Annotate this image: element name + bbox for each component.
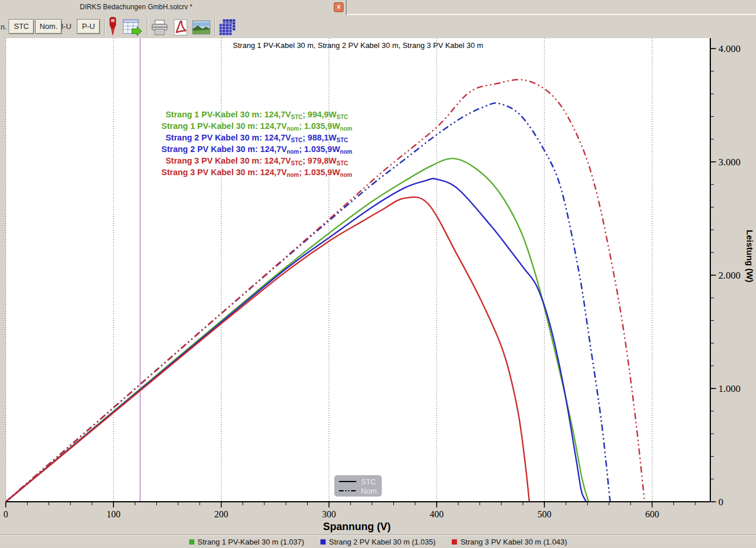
series-color-swatch bbox=[320, 539, 326, 545]
nom-button[interactable]: Nom. bbox=[35, 19, 62, 34]
x-tick-label: 600 bbox=[645, 509, 659, 519]
x-tick-label: 100 bbox=[106, 509, 120, 519]
x-tick-label: 500 bbox=[537, 509, 551, 519]
x-axis-title: Spannung (V) bbox=[323, 521, 391, 532]
export-table-icon[interactable] bbox=[123, 19, 142, 39]
series-color-swatch bbox=[189, 539, 194, 545]
status-legend-item: Strang 3 PV Kabel 30 m (1.043) bbox=[452, 538, 567, 546]
status-legend-item: Strang 2 PV Kabel 30 m (1.035) bbox=[320, 538, 436, 546]
x-tick-label: 400 bbox=[430, 509, 444, 519]
chart-title: Strang 1 PV-Kabel 30 m, Strang 2 PV Kabe… bbox=[233, 41, 484, 50]
pu-curve-button[interactable]: P-U bbox=[77, 19, 100, 34]
y-axis-title: Leistung (W) bbox=[745, 230, 755, 283]
y-tick-label: 1.000 bbox=[718, 383, 740, 394]
toolbar-separator bbox=[147, 18, 147, 35]
x-tick-label: 300 bbox=[322, 509, 336, 519]
mpp-annotation: Strang 1 PV-Kabel 30 m: 124,7VSTC; 994,9… bbox=[165, 110, 348, 120]
tab-bar: DIRKS Bedachungen GmbH.solcrv * x bbox=[0, 0, 756, 15]
close-icon[interactable]: x bbox=[334, 2, 344, 12]
mpp-annotation: Strang 2 PV Kabel 30 m: 124,7Vnom; 1.035… bbox=[161, 145, 352, 155]
image-icon[interactable] bbox=[192, 20, 211, 37]
chart-area: 010020030040050060001.0002.0003.0004.000… bbox=[0, 38, 756, 535]
plot-background bbox=[6, 38, 710, 502]
toolbar: n. STC Nom. I-U P-U bbox=[0, 15, 756, 38]
status-legend-item: Strang 1 PV-Kabel 30 m (1.037) bbox=[189, 538, 304, 546]
legend-label: STC bbox=[361, 477, 376, 486]
document-tab-title: DIRKS Bedachungen GmbH.solcrv * bbox=[80, 3, 193, 11]
iu-curve-button[interactable]: I-U bbox=[61, 22, 71, 31]
status-legend-bar: Strang 1 PV-Kabel 30 m (1.037)Strang 2 P… bbox=[0, 535, 756, 548]
solar-panel-icon[interactable] bbox=[218, 18, 237, 39]
y-tick-label: 2.000 bbox=[718, 270, 740, 281]
clipped-button-label[interactable]: n. bbox=[1, 23, 7, 31]
pdf-icon[interactable] bbox=[172, 19, 189, 39]
thermometer-icon[interactable] bbox=[108, 17, 118, 40]
pv-power-voltage-chart: 010020030040050060001.0002.0003.0004.000… bbox=[0, 38, 756, 535]
toolbar-separator bbox=[215, 18, 215, 35]
x-tick-label: 0 bbox=[3, 509, 8, 519]
y-tick-label: 0 bbox=[718, 497, 724, 508]
mpp-annotation: Strang 2 PV Kabel 30 m: 124,7VSTC; 988,1… bbox=[165, 133, 348, 143]
series-label: Strang 1 PV-Kabel 30 m (1.037) bbox=[198, 538, 304, 546]
mpp-annotation: Strang 1 PV-Kabel 30 m: 124,7Vnom; 1.035… bbox=[161, 121, 352, 132]
printer-icon[interactable] bbox=[151, 20, 168, 38]
x-tick-label: 200 bbox=[214, 509, 228, 519]
y-tick-label: 3.000 bbox=[718, 157, 740, 168]
series-label: Strang 2 PV Kabel 30 m (1.035) bbox=[329, 538, 436, 546]
document-tab[interactable]: DIRKS Bedachungen GmbH.solcrv * x bbox=[0, 0, 346, 15]
y-tick-label: 4.000 bbox=[718, 43, 740, 54]
mpp-annotation: Strang 3 PV Kabel 30 m: 124,7VSTC; 979,8… bbox=[165, 156, 348, 166]
stc-button[interactable]: STC bbox=[9, 19, 34, 34]
series-color-swatch bbox=[452, 539, 457, 545]
series-label: Strang 3 PV Kabel 30 m (1.043) bbox=[460, 538, 567, 546]
mpp-annotation: Strang 3 PV Kabel 30 m: 124,7Vnom; 1.035… bbox=[161, 168, 352, 178]
tab-divider bbox=[346, 0, 346, 15]
toolbar-separator bbox=[104, 18, 105, 35]
legend-label: Nom. bbox=[361, 487, 379, 495]
